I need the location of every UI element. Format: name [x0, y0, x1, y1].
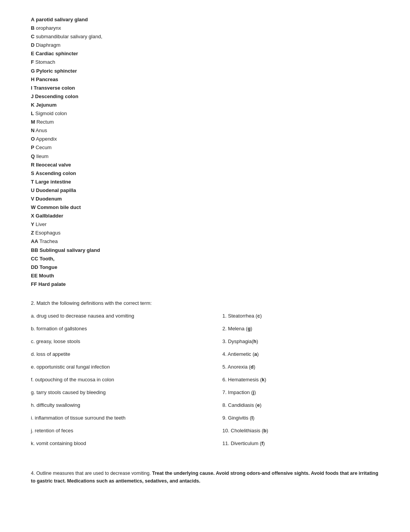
anatomy-item: H Pancreas	[31, 75, 379, 84]
anatomy-item: F Stomach	[31, 58, 379, 66]
anatomy-item: D Diaphragm	[31, 41, 379, 49]
match-left: e. opportunistic oral fungal infection	[31, 364, 222, 370]
anatomy-item: S Ascending colon	[31, 169, 379, 178]
anatomy-item: U Duodenal papilla	[31, 186, 379, 195]
anatomy-item: BB Sublingual salivary gland	[31, 246, 379, 255]
match-row: e. opportunistic oral fungal infection5.…	[31, 364, 379, 370]
anatomy-item: N Anus	[31, 126, 379, 135]
anatomy-item: I Transverse colon	[31, 84, 379, 92]
match-right: 9. Gingivitis (I)	[222, 415, 379, 421]
anatomy-item: CC Tooth,	[31, 255, 379, 263]
anatomy-item: V Duodenum	[31, 195, 379, 203]
anatomy-item: G Pyloric sphincter	[31, 67, 379, 75]
anatomy-item: T Large intestine	[31, 178, 379, 186]
anatomy-item: EE Mouth	[31, 272, 379, 280]
match-right: 1. Steatorrhea (c)	[222, 313, 379, 319]
match-row: h. difficulty swallowing8. Candidiasis (…	[31, 402, 379, 408]
anatomy-item: P Cecum	[31, 143, 379, 152]
anatomy-item: A parotid salivary gland	[31, 15, 379, 24]
anatomy-item: B oropharynx	[31, 24, 379, 32]
anatomy-list: A parotid salivary glandB oropharynxC su…	[31, 15, 379, 289]
match-right: 6. Hematemesis (k)	[222, 377, 379, 382]
anatomy-item: K Jejunum	[31, 101, 379, 109]
anatomy-item: J Descending colon	[31, 92, 379, 101]
match-row: b. formation of gallstones2. Melena (g)	[31, 326, 379, 331]
match-right: 7. Impaction (j)	[222, 389, 379, 395]
match-left: b. formation of gallstones	[31, 326, 222, 331]
match-right: 11. Diverticulum (f)	[222, 440, 379, 446]
match-left: c. greasy, loose stools	[31, 338, 222, 344]
match-left: k. vomit containing blood	[31, 440, 222, 446]
anatomy-item: R Ileocecal valve	[31, 161, 379, 169]
anatomy-item: AA Trachea	[31, 237, 379, 246]
match-left: i. inflammation of tissue surround the t…	[31, 415, 222, 421]
anatomy-item: W Common bile duct	[31, 203, 379, 212]
anatomy-item: Z Esophagus	[31, 229, 379, 237]
match-table: a. drug used to decrease nausea and vomi…	[31, 313, 379, 446]
match-row: g. tarry stools caused by bleeding7. Imp…	[31, 389, 379, 395]
match-row: f. outpouching of the mucosa in colon6. …	[31, 377, 379, 382]
match-right: 4. Antiemetic (a)	[222, 351, 379, 357]
anatomy-item: O Appendix	[31, 135, 379, 143]
anatomy-item: L Sigmoid colon	[31, 109, 379, 118]
match-right: 10. Cholelithiasis (b)	[222, 428, 379, 433]
match-row: j. retention of feces10. Cholelithiasis …	[31, 428, 379, 433]
match-row: k. vomit containing blood11. Diverticulu…	[31, 440, 379, 446]
match-right: 8. Candidiasis (e)	[222, 402, 379, 408]
match-left: a. drug used to decrease nausea and vomi…	[31, 313, 222, 319]
match-row: a. drug used to decrease nausea and vomi…	[31, 313, 379, 319]
anatomy-item: DD Tongue	[31, 263, 379, 272]
match-row: d. loss of appetite4. Antiemetic (a)	[31, 351, 379, 357]
anatomy-item: C submandibular salivary gland,	[31, 32, 379, 41]
match-left: g. tarry stools caused by bleeding	[31, 389, 222, 395]
anatomy-item: Q Ileum	[31, 152, 379, 161]
match-left: h. difficulty swallowing	[31, 402, 222, 408]
anatomy-item: Y Liver	[31, 220, 379, 229]
match-left: j. retention of feces	[31, 428, 222, 433]
match-right: 3. Dysphagia(h)	[222, 338, 379, 344]
anatomy-item: FF Hard palate	[31, 280, 379, 289]
footer-note: 4. Outline measures that are used to dec…	[31, 469, 379, 485]
match-row: c. greasy, loose stools3. Dysphagia(h)	[31, 338, 379, 344]
match-left: d. loss of appetite	[31, 351, 222, 357]
match-right: 2. Melena (g)	[222, 326, 379, 331]
match-right: 5. Anorexia (d)	[222, 364, 379, 370]
match-row: i. inflammation of tissue surround the t…	[31, 415, 379, 421]
section2-title: 2. Match the following definitions with …	[31, 300, 379, 306]
anatomy-item: E Cardiac sphincter	[31, 49, 379, 58]
anatomy-item: X Gallbladder	[31, 212, 379, 220]
match-left: f. outpouching of the mucosa in colon	[31, 377, 222, 382]
anatomy-item: M Rectum	[31, 118, 379, 126]
